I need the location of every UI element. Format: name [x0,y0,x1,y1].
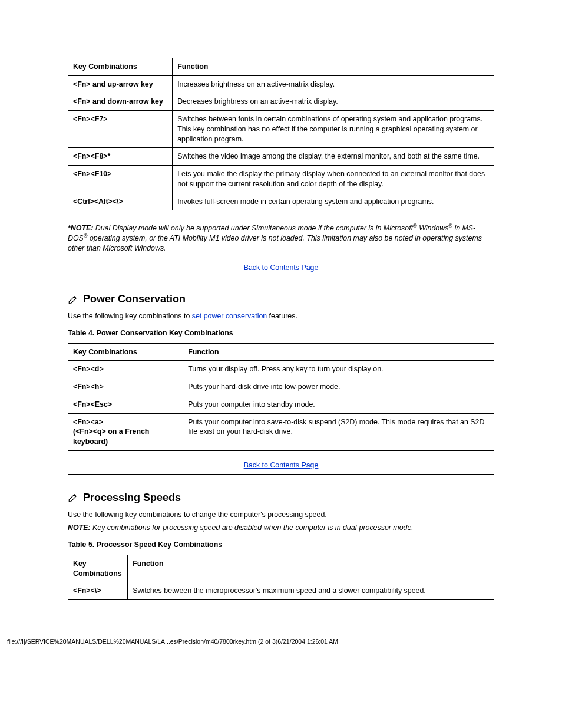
th-function: Function [173,58,494,76]
power-intro: Use the following key combinations to se… [68,311,494,321]
table-row: <Fn><F8>* Switches the video image among… [68,148,494,166]
th-function: Function [183,343,494,361]
row-desc: Switches the video image among the displ… [173,148,494,166]
page-footer-path: file:///I|/SERVICE%20MANUALS/DELL%20MANU… [7,638,338,645]
th-key-combinations: Key Combinations [68,58,173,76]
registered-symbol: ® [84,233,88,239]
table-row: <Fn><\> Switches between the microproces… [68,582,494,600]
row-desc: Switches between fonts in certain combin… [173,111,494,148]
row-desc: Decreases brightness on an active-matrix… [173,93,494,111]
back-to-contents-link[interactable]: Back to Contents Page [244,461,319,469]
set-power-conservation-link[interactable]: set power conservation [192,312,269,320]
row-label: <Fn><Esc> [68,396,183,413]
write-icon [68,492,78,503]
divider-thick [68,474,494,475]
row-desc: Puts your computer into save-to-disk sus… [183,413,494,450]
table-row: <Fn><F7> Switches between fonts in certa… [68,111,494,148]
row-desc: Turns your display off. Press any key to… [183,361,494,378]
row-label: <Fn><\> [68,582,128,600]
row-label: <Fn><a>(<Fn><q> on a French keyboard) [68,413,183,450]
proc-intro: Use the following key combinations to ch… [68,510,494,520]
row-label: <Fn><F7> [68,111,173,148]
row-desc: Lets you make the display the primary di… [173,166,494,193]
back-to-contents-link[interactable]: Back to Contents Page [244,263,319,272]
row-label: <Fn><F10> [68,166,173,193]
table-row: <Ctrl><Alt><\> Invokes full-screen mode … [68,193,494,210]
registered-symbol: ® [448,223,452,229]
display-key-combinations-table: Key Combinations Function <Fn> and up-ar… [68,58,494,210]
row-label: <Ctrl><Alt><\> [68,193,173,210]
power-key-combinations-table: Key Combinations Function <Fn><d> Turns … [68,343,494,451]
th-function: Function [128,555,494,582]
table-row: <Fn><Esc> Puts your computer into standb… [68,396,494,413]
row-desc: Puts your hard-disk drive into low-power… [183,378,494,396]
row-label: <Fn> and up-arrow key [68,75,173,93]
display-table-note: *NOTE: Dual Display mode will only be su… [68,223,494,253]
write-icon [68,294,78,305]
row-label: <Fn><F8>* [68,148,173,166]
table-row: <Fn><d> Turns your display off. Press an… [68,361,494,378]
processor-speed-key-combinations-table: Key Combinations Function <Fn><\> Switch… [68,555,494,600]
divider [68,276,494,276]
row-label: <Fn><h> [68,378,183,396]
proc-table-title: Table 5. Processor Speed Key Combination… [68,540,494,550]
power-table-title: Table 4. Power Conservation Key Combinat… [68,328,494,338]
row-desc: Switches between the microprocessor's ma… [128,582,494,600]
table-row: <Fn> and up-arrow key Increases brightne… [68,75,494,93]
section-processing-speeds-heading: Processing Speeds [68,492,494,504]
row-desc: Puts your computer into standby mode. [183,396,494,413]
section-power-conservation-heading: Power Conservation [68,293,494,305]
th-key-combinations: Key Combinations [68,343,183,361]
table-row: <Fn><h> Puts your hard-disk drive into l… [68,378,494,396]
table-row: <Fn><a>(<Fn><q> on a French keyboard) Pu… [68,413,494,450]
table-row: <Fn> and down-arrow key Decreases bright… [68,93,494,111]
row-label: <Fn> and down-arrow key [68,93,173,111]
proc-note: NOTE: Key combinations for processing sp… [68,523,494,533]
row-desc: Invokes full-screen mode in certain oper… [173,193,494,210]
registered-symbol: ® [413,223,417,229]
comma: , [321,152,325,160]
row-label: <Fn><d> [68,361,183,378]
row-desc: Increases brightness on an active-matrix… [173,75,494,93]
table-row: <Fn><F10> Lets you make the display the … [68,166,494,193]
th-key-combinations: Key Combinations [68,555,128,582]
